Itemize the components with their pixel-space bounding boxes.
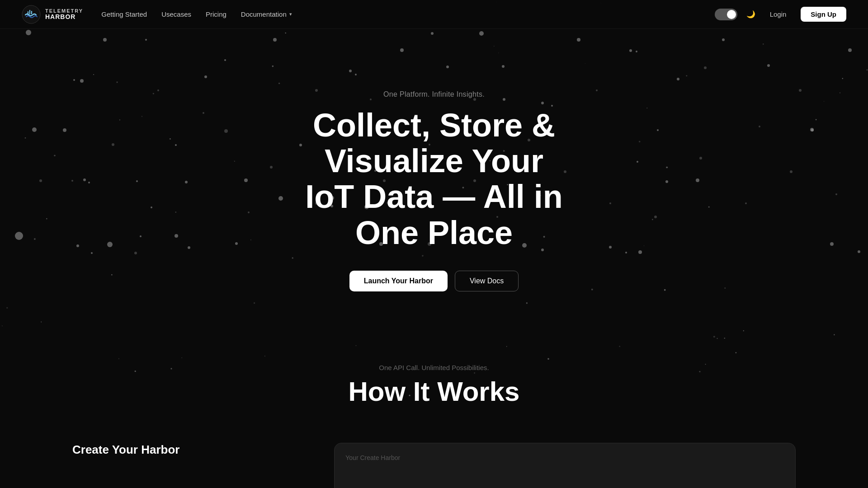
hero-title: Collect, Store & Visualize Your IoT Data…: [276, 108, 592, 251]
view-docs-button[interactable]: View Docs: [455, 271, 519, 291]
card-create-harbor: Create Your Harbor: [72, 443, 334, 457]
hero-title-line2: IoT Data — All in One Place: [305, 178, 562, 250]
how-it-works-title: How It Works: [0, 377, 868, 407]
logo-bottom-text: HARBOR: [45, 14, 83, 20]
signup-button[interactable]: Sign Up: [801, 7, 846, 22]
logo-icon: [22, 5, 41, 24]
navbar: TELEMETRY HARBOR Getting Started Usecase…: [0, 0, 868, 29]
cards-row: Create Your Harbor Your Create Harbor: [0, 425, 868, 488]
how-it-works-section: One API Call. Unlimited Possibilities. H…: [0, 328, 868, 425]
logo[interactable]: TELEMETRY HARBOR: [22, 5, 83, 24]
nav-item-documentation[interactable]: Documentation ▾: [241, 10, 292, 18]
moon-icon: 🌙: [746, 10, 755, 19]
login-button[interactable]: Login: [764, 8, 792, 21]
nav-link-getting-started[interactable]: Getting Started: [101, 10, 147, 18]
nav-link-pricing[interactable]: Pricing: [206, 10, 226, 18]
nav-link-documentation[interactable]: Documentation ▾: [241, 10, 292, 18]
nav-right: 🌙 Login Sign Up: [715, 7, 846, 22]
nav-item-usecases[interactable]: Usecases: [161, 10, 191, 19]
nav-links: Getting Started Usecases Pricing Documen…: [101, 10, 292, 19]
hero-section: One Platform. Infinite Insights. Collect…: [0, 0, 868, 328]
nav-left: TELEMETRY HARBOR Getting Started Usecase…: [22, 5, 292, 24]
hero-subtitle: One Platform. Infinite Insights.: [383, 90, 485, 99]
nav-item-pricing[interactable]: Pricing: [206, 10, 226, 19]
nav-link-usecases[interactable]: Usecases: [161, 10, 191, 18]
chevron-down-icon: ▾: [289, 11, 292, 17]
card-left-title: Create Your Harbor: [72, 443, 316, 457]
hero-buttons: Launch Your Harbor View Docs: [349, 271, 519, 291]
card-right-placeholder: Your Create Harbor: [345, 454, 784, 461]
nav-item-getting-started[interactable]: Getting Started: [101, 10, 147, 19]
logo-text: TELEMETRY HARBOR: [45, 8, 83, 20]
svg-point-0: [22, 5, 40, 23]
how-it-works-tag: One API Call. Unlimited Possibilities.: [0, 364, 868, 371]
toggle-thumb: [727, 10, 736, 19]
toggle-track[interactable]: [715, 9, 737, 20]
hero-title-line1: Collect, Store & Visualize Your: [313, 107, 555, 179]
card-right-panel: Your Create Harbor: [334, 443, 796, 488]
launch-harbor-button[interactable]: Launch Your Harbor: [349, 271, 448, 291]
dark-mode-toggle[interactable]: [715, 9, 737, 20]
